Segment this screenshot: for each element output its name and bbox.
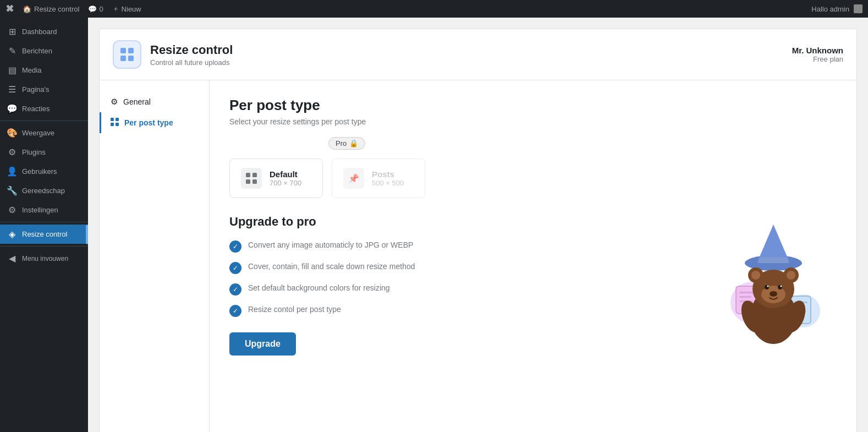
check-icon-per-post-type: ✓	[229, 305, 241, 317]
admin-bar: ✖ 🏠 Resize control 💬 0 ＋ Nieuw Hallo adm…	[0, 0, 868, 18]
pro-label: Pro	[336, 139, 347, 147]
svg-rect-8	[246, 173, 250, 177]
svg-rect-10	[246, 179, 250, 184]
plugin-side-nav: ⚙ General Per post type	[100, 80, 210, 432]
sidebar-item-menu-invouwen[interactable]: ◀ Menu invouwen	[0, 249, 88, 268]
svg-point-28	[751, 271, 760, 280]
feature-bg-colors: ✓ Set default background colors for resi…	[229, 283, 694, 296]
sidebar-item-instellingen[interactable]: ⚙ Instellingen	[0, 200, 88, 220]
plugin-subtitle: Control all future uploads	[150, 58, 233, 67]
feature-jpg-webp: ✓ Convert any image automaticly to JPG o…	[229, 240, 694, 253]
plugin-user: Mr. Unknown Free plan	[792, 46, 843, 63]
berichten-icon: ✎	[7, 46, 18, 56]
dashboard-icon: ⊞	[7, 26, 18, 37]
sidebar-item-dashboard[interactable]: ⊞ Dashboard	[0, 22, 88, 41]
paginas-icon: ☰	[7, 84, 18, 95]
content-area: Resize control Control all future upload…	[88, 18, 868, 432]
plugin-title: Resize control	[150, 43, 233, 57]
user-name: Mr. Unknown	[792, 46, 843, 55]
post-type-cards: Default 700 × 700 📌 Posts 500 × 500	[229, 158, 837, 198]
svg-rect-3	[128, 56, 134, 61]
gereedschap-icon: 🔧	[7, 185, 18, 196]
svg-rect-15	[739, 292, 755, 293]
plugin-logo	[113, 40, 141, 69]
svg-rect-6	[111, 123, 114, 126]
wizard-illustration	[710, 215, 837, 358]
admin-menu: ⊞ Dashboard ✎ Berichten ▤ Media ☰ Pagina…	[0, 18, 88, 432]
gebruikers-icon: 👤	[7, 166, 18, 177]
default-card-label: Default	[270, 169, 301, 179]
plus-icon: ＋	[112, 4, 119, 14]
default-card-dims: 700 × 700	[270, 179, 301, 187]
site-name[interactable]: 🏠 Resize control	[23, 5, 79, 13]
svg-point-37	[767, 286, 769, 287]
sidebar-item-weergave[interactable]: 🎨 Weergave	[0, 123, 88, 143]
svg-point-38	[781, 286, 782, 287]
svg-rect-1	[128, 48, 134, 53]
svg-point-34	[770, 291, 777, 297]
posts-card-dims: 500 × 500	[372, 179, 404, 187]
sidebar-item-paginas[interactable]: ☰ Pagina's	[0, 80, 88, 99]
sidebar-item-resize-control[interactable]: ◈ Resize control	[0, 225, 88, 244]
check-icon-bg-colors: ✓	[229, 283, 241, 296]
svg-rect-16	[739, 296, 751, 298]
card-default[interactable]: Default 700 × 700	[229, 158, 323, 198]
upgrade-title: Upgrade to pro	[229, 215, 694, 229]
sidebar-item-reacties[interactable]: 💬 Reacties	[0, 99, 88, 118]
plugin-body: ⚙ General Per post type	[99, 80, 857, 432]
section-title: Per post type	[229, 97, 837, 114]
per-post-type-icon	[111, 118, 119, 128]
svg-rect-24	[759, 258, 788, 263]
svg-rect-11	[252, 179, 257, 184]
svg-rect-5	[116, 118, 119, 121]
sidebar-item-berichten[interactable]: ✎ Berichten	[0, 41, 88, 61]
feature-per-post-type: ✓ Resize contol per post type	[229, 304, 694, 317]
nav-item-general[interactable]: ⚙ General	[100, 91, 209, 112]
sidebar-item-plugins[interactable]: ⚙ Plugins	[0, 143, 88, 162]
collapse-icon: ◀	[7, 253, 18, 264]
pro-badge-row: Pro 🔒	[328, 137, 837, 150]
comment-icon: 💬	[88, 5, 97, 13]
posts-card-label: Posts	[372, 169, 404, 179]
feature-resize-method: ✓ Cover, contain, fill and scale down re…	[229, 261, 694, 274]
upgrade-section: Upgrade to pro ✓ Convert any image autom…	[229, 215, 837, 358]
new-item[interactable]: ＋ Nieuw	[112, 4, 141, 14]
card-posts[interactable]: 📌 Posts 500 × 500	[332, 158, 425, 198]
svg-rect-4	[111, 118, 114, 121]
posts-card-icon: 📌	[343, 168, 364, 189]
svg-rect-9	[252, 173, 257, 177]
reacties-icon: 💬	[7, 103, 18, 114]
lock-icon: 🔒	[349, 139, 358, 147]
svg-rect-0	[120, 48, 126, 53]
svg-rect-7	[116, 123, 119, 126]
default-card-icon	[241, 168, 262, 189]
check-icon-jpg-webp: ✓	[229, 240, 241, 253]
user-greeting: Hallo admin	[811, 5, 849, 13]
section-subtitle: Select your resize settings per post typ…	[229, 117, 837, 126]
wp-logo: ✖	[6, 3, 14, 15]
svg-point-30	[787, 271, 795, 280]
svg-marker-23	[757, 225, 790, 263]
instellingen-icon: ⚙	[7, 205, 18, 215]
svg-rect-2	[120, 56, 126, 61]
sidebar-item-media[interactable]: ▤ Media	[0, 61, 88, 80]
comment-icon-link[interactable]: 💬 0	[88, 5, 103, 13]
sidebar-item-gereedschap[interactable]: 🔧 Gereedschap	[0, 181, 88, 200]
general-icon: ⚙	[111, 97, 118, 107]
main-content: Per post type Select your resize setting…	[210, 80, 856, 432]
weergave-icon: 🎨	[7, 128, 18, 138]
media-icon: ▤	[7, 65, 18, 75]
nav-item-per-post-type[interactable]: Per post type	[100, 112, 209, 133]
check-icon-resize-method: ✓	[229, 262, 241, 274]
sidebar-item-gebruikers[interactable]: 👤 Gebruikers	[0, 162, 88, 181]
house-icon: 🏠	[23, 5, 31, 13]
plugins-icon: ⚙	[7, 147, 18, 157]
feature-list: ✓ Convert any image automaticly to JPG o…	[229, 240, 694, 317]
upgrade-button[interactable]: Upgrade	[229, 332, 296, 356]
plan-label: Free plan	[792, 55, 843, 63]
resize-control-icon: ◈	[7, 229, 18, 239]
pro-badge: Pro 🔒	[328, 137, 365, 150]
plugin-header: Resize control Control all future upload…	[99, 29, 857, 80]
user-avatar	[854, 4, 862, 13]
upgrade-content: Upgrade to pro ✓ Convert any image autom…	[229, 215, 694, 356]
